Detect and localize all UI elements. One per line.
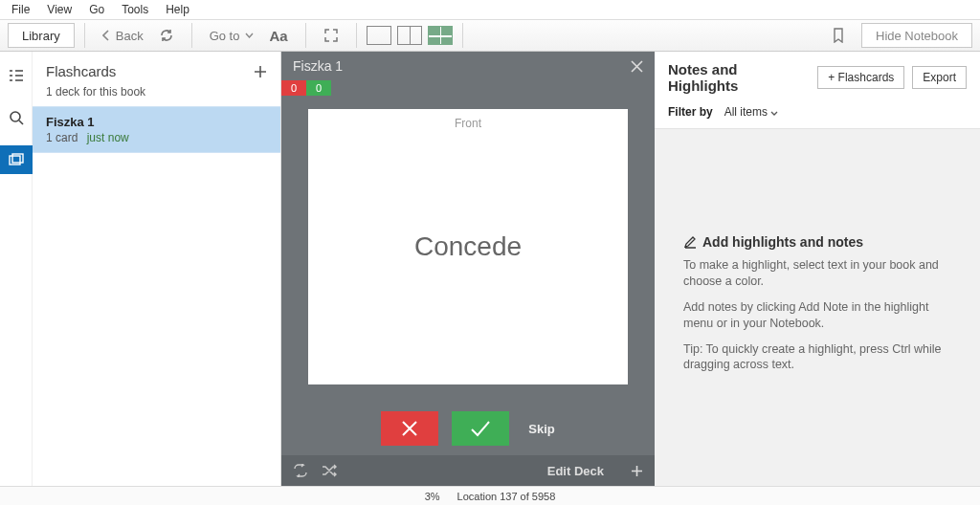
main-area: Flashcards 1 deck for this book Fiszka 1… xyxy=(0,52,980,486)
add-deck-button[interactable] xyxy=(254,65,267,78)
font-icon: Aa xyxy=(269,28,287,44)
shuffle-button[interactable] xyxy=(322,464,337,477)
separator xyxy=(462,23,463,48)
toolbar: Library Back Go to Aa xyxy=(0,19,980,52)
notes-heading: Notes and Highlights xyxy=(668,61,810,94)
fullscreen-icon xyxy=(323,28,339,43)
goto-dropdown[interactable]: Go to xyxy=(202,23,262,48)
goto-label: Go to xyxy=(210,29,240,43)
hide-notebook-button[interactable]: Hide Notebook xyxy=(861,23,972,48)
answer-row: Skip xyxy=(281,411,655,455)
fullscreen-button[interactable] xyxy=(316,23,346,48)
refresh-icon xyxy=(159,28,174,43)
menu-bar: File View Go Tools Help xyxy=(0,0,980,19)
menu-view[interactable]: View xyxy=(39,1,79,18)
search-icon xyxy=(9,110,24,125)
filter-value: All items xyxy=(724,105,768,119)
notes-help-2: Add notes by clicking Add Note in the hi… xyxy=(683,299,951,332)
chevron-down-icon xyxy=(245,33,254,38)
back-label: Back xyxy=(116,29,144,43)
flashcard[interactable]: Front Concede xyxy=(308,109,628,384)
flashcards-panel: Flashcards 1 deck for this book Fiszka 1… xyxy=(33,52,281,486)
separator xyxy=(191,23,192,48)
viewer-footer: Edit Deck xyxy=(281,455,655,486)
card-viewer: Fiszka 1 0 0 Front Concede Skip xyxy=(281,52,655,486)
right-count: 0 xyxy=(306,80,331,96)
score-counters: 0 0 xyxy=(281,80,655,96)
svg-point-0 xyxy=(11,112,20,121)
deck-row[interactable]: Fiszka 1 1 card just now xyxy=(33,106,280,153)
notes-panel: Notes and Highlights + Flashcards Export… xyxy=(655,52,980,486)
caret-down-icon xyxy=(770,111,778,116)
flashcards-subtitle: 1 deck for this book xyxy=(33,85,280,106)
cards-icon xyxy=(9,153,24,166)
notes-empty-state: Add highlights and notes To make a highl… xyxy=(655,129,980,486)
menu-help[interactable]: Help xyxy=(158,1,197,18)
layout-single-button[interactable] xyxy=(367,26,391,45)
layout-double-button[interactable] xyxy=(397,26,422,45)
bookmark-icon xyxy=(833,28,844,43)
notes-cta-title: Add highlights and notes xyxy=(702,234,863,250)
list-icon xyxy=(9,69,24,82)
filter-label: Filter by xyxy=(668,105,713,119)
sync-button[interactable] xyxy=(151,23,182,48)
side-rail xyxy=(0,52,33,486)
loop-button[interactable] xyxy=(293,464,308,477)
filter-dropdown[interactable]: All items xyxy=(724,105,779,119)
pencil-icon xyxy=(683,235,697,249)
menu-go[interactable]: Go xyxy=(81,1,112,18)
separator xyxy=(84,23,85,48)
back-button[interactable]: Back xyxy=(95,23,151,48)
status-bar: 3% Location 137 of 5958 xyxy=(0,486,980,505)
progress-location: Location 137 of 5958 xyxy=(457,491,556,502)
separator xyxy=(356,23,357,48)
separator xyxy=(305,23,306,48)
viewer-title: Fiszka 1 xyxy=(293,58,343,74)
wrong-button[interactable] xyxy=(381,411,438,446)
flashcards-rail-button[interactable] xyxy=(0,145,33,174)
progress-percent: 3% xyxy=(425,491,440,502)
search-button[interactable] xyxy=(0,103,33,132)
card-word: Concede xyxy=(414,231,522,262)
close-viewer-button[interactable] xyxy=(631,60,643,73)
wrong-count: 0 xyxy=(281,80,306,96)
x-icon xyxy=(399,418,420,439)
layout-grid-button[interactable] xyxy=(428,26,453,45)
deck-meta: 1 card just now xyxy=(46,131,267,144)
card-side-label: Front xyxy=(455,117,481,130)
chevron-left-icon xyxy=(102,30,110,41)
export-button[interactable]: Export xyxy=(912,66,967,89)
skip-button[interactable]: Skip xyxy=(528,422,554,436)
flashcards-title: Flashcards xyxy=(46,63,116,79)
notes-help-3: Tip: To quickly create a highlight, pres… xyxy=(683,341,951,374)
check-icon xyxy=(469,419,492,438)
notes-help-1: To make a highlight, select text in your… xyxy=(683,257,951,290)
add-flashcards-button[interactable]: + Flashcards xyxy=(817,66,904,89)
font-button[interactable]: Aa xyxy=(261,23,295,48)
deck-name: Fiszka 1 xyxy=(46,115,267,129)
layout-group xyxy=(367,26,453,45)
add-card-button[interactable] xyxy=(631,465,643,477)
bookmark-button[interactable] xyxy=(825,23,852,48)
correct-button[interactable] xyxy=(452,411,509,446)
library-button[interactable]: Library xyxy=(8,23,75,48)
deck-count: 1 card xyxy=(46,131,78,144)
edit-deck-button[interactable]: Edit Deck xyxy=(547,464,604,478)
deck-time: just now xyxy=(87,131,129,144)
menu-file[interactable]: File xyxy=(4,1,37,18)
menu-tools[interactable]: Tools xyxy=(114,1,156,18)
toc-button[interactable] xyxy=(0,61,33,90)
